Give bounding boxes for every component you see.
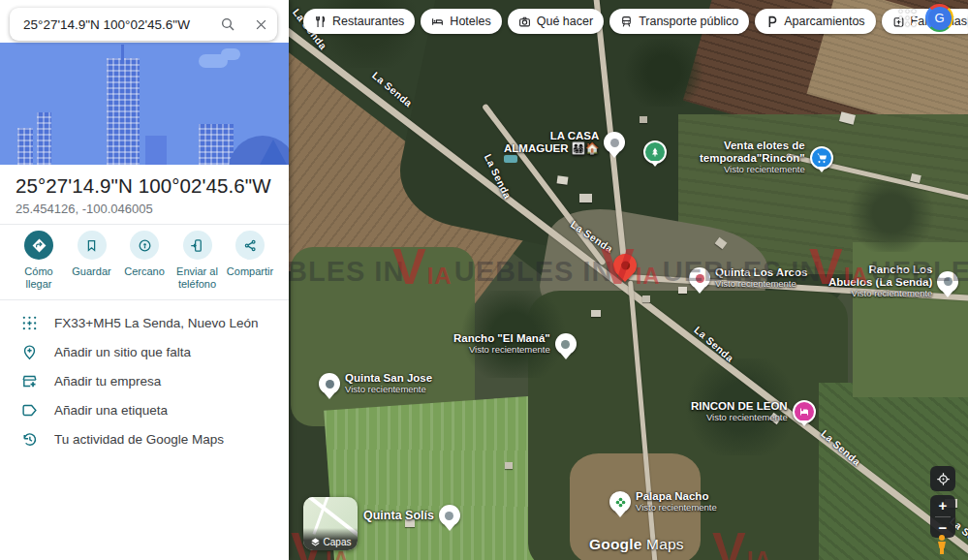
poi-circle-icon — [555, 333, 577, 355]
hotel-icon — [431, 16, 444, 28]
divider — [0, 299, 289, 300]
chip-restaurantes[interactable]: Restaurantes — [303, 9, 415, 34]
clear-search-button[interactable] — [244, 8, 277, 41]
google-maps-app: { "search": { "value": "25°27'14.9\"N 10… — [0, 0, 968, 560]
my-location-icon — [936, 472, 951, 486]
google-maps-logo: Google Google MapsMaps — [589, 536, 684, 553]
plus-code-icon — [21, 315, 38, 331]
map-terrain — [291, 247, 475, 426]
menu-item-label: Añadir tu empresa — [54, 374, 161, 389]
hotel-bed-icon — [793, 400, 816, 423]
map-poi-venta-elotes[interactable]: Venta elotes de temporada"Rincón" Visto … — [700, 140, 833, 175]
action-label: Cómo llegar — [13, 265, 65, 291]
menu-item-plus-code[interactable]: FX33+MH5 La Senda, Nuevo León — [0, 308, 289, 337]
map-poi-quinta-san-jose[interactable]: Quinta San Jose Visto recientemente — [319, 372, 432, 395]
storefront-icon — [21, 373, 38, 389]
google-apps-grid-icon[interactable] — [899, 10, 916, 26]
building — [591, 310, 601, 317]
menu-item-label: Tu actividad de Google Maps — [54, 432, 224, 447]
place-actions: Cómo llegar Guardar Cercano Enviar al te… — [0, 231, 289, 291]
building — [556, 175, 568, 184]
chip-label: Aparcamientos — [784, 15, 864, 28]
my-location-button[interactable] — [930, 466, 955, 491]
place-panel: 25°27'14.9"N 100°02'45.6"W 25.454126, -1… — [0, 0, 289, 560]
chip-transporte-publico[interactable]: Transporte público — [609, 9, 749, 34]
map-poi-palapa-nacho[interactable]: Palapa Nacho Visto recientemente — [609, 490, 717, 513]
restaurant-icon — [314, 16, 327, 28]
account-avatar[interactable]: G — [925, 4, 953, 32]
menu-item-add-business[interactable]: Añadir tu empresa — [0, 366, 289, 395]
camera-icon — [518, 16, 531, 28]
menu-item-activity[interactable]: Tu actividad de Google Maps — [0, 424, 289, 453]
place-coordinates: 25.454126, -100.046005 — [16, 202, 153, 216]
add-place-icon — [21, 344, 38, 360]
directions-icon — [31, 237, 47, 254]
chip-label: Transporte público — [639, 15, 738, 28]
pool — [504, 155, 517, 163]
map-poi-rancho-el-mana[interactable]: Rancho "El Maná" Visto recientemente — [453, 332, 577, 356]
close-icon — [254, 17, 268, 32]
chip-farmacias[interactable]: Farmacias — [882, 9, 968, 34]
search-icon — [220, 16, 235, 32]
save-button[interactable]: Guardar — [66, 231, 118, 291]
layers-icon — [310, 537, 321, 547]
avatar-initial: G — [928, 7, 952, 30]
chip-hoteles[interactable]: Hoteles — [421, 9, 501, 34]
label-tag-icon — [21, 402, 38, 419]
poi-circle-icon — [319, 373, 340, 394]
bookmark-icon — [84, 238, 99, 253]
menu-item-label: Añadir una etiqueta — [54, 403, 168, 418]
park-tree-icon — [643, 140, 667, 164]
map-poi-la-casa-almaguer[interactable]: LA CASA ALMAGUER 👨‍👩‍👧‍👦🏠 — [504, 130, 625, 155]
zoom-in-button[interactable]: + — [930, 495, 955, 516]
chip-label: Restaurantes — [332, 15, 404, 28]
tree-blob — [620, 39, 707, 107]
search-input[interactable] — [10, 17, 211, 32]
chip-label: Qué hacer — [537, 15, 593, 28]
poi-circle-icon — [689, 267, 710, 289]
chip-label: Hoteles — [450, 15, 490, 28]
layers-button[interactable]: Capas — [303, 497, 358, 550]
menu-item-label: FX33+MH5 La Senda, Nuevo León — [54, 316, 259, 330]
building — [642, 296, 650, 302]
action-label: Guardar — [72, 265, 110, 278]
search-button[interactable] — [211, 8, 244, 41]
building — [505, 462, 513, 469]
nearby-button[interactable]: Cercano — [118, 231, 171, 291]
place-title: 25°27'14.9"N 100°02'45.6"W — [16, 174, 271, 198]
map-poi-rincon-de-leon[interactable]: RINCON DE LEON Visto recientemente — [691, 400, 816, 423]
action-label: Enviar al teléfono — [172, 265, 224, 291]
place-menu: FX33+MH5 La Senda, Nuevo León Añadir un … — [0, 308, 289, 453]
action-label: Compartir — [227, 265, 273, 278]
pegman-street-view[interactable] — [934, 534, 950, 559]
layers-label: Capas — [324, 537, 352, 547]
map-poi-park[interactable] — [643, 140, 667, 164]
history-icon — [21, 431, 38, 448]
poi-circle-icon — [937, 271, 958, 293]
building — [579, 194, 592, 202]
chip-aparcamientos[interactable]: Aparcamientos — [755, 9, 875, 34]
nearby-icon — [138, 238, 152, 253]
map-poi-quinta-los-arcos[interactable]: Quinta Los Arcos Visto recientemente — [689, 266, 807, 290]
share-icon — [243, 238, 258, 253]
building — [640, 116, 647, 123]
action-label: Cercano — [124, 265, 165, 278]
category-chip-bar: Restaurantes Hoteles Qué hacer Transport… — [303, 9, 968, 34]
menu-item-label: Añadir un sitio que falta — [54, 345, 191, 359]
chip-que-hacer[interactable]: Qué hacer — [508, 9, 604, 34]
divider — [0, 224, 289, 225]
shopping-cart-icon — [810, 146, 833, 170]
poi-circle-icon — [439, 505, 460, 526]
menu-item-add-label[interactable]: Añadir una etiqueta — [0, 395, 289, 424]
map-poi-quinta-solis[interactable]: Quinta Solís — [363, 505, 460, 526]
search-bar[interactable] — [10, 8, 277, 41]
flower-icon — [609, 491, 631, 513]
poi-circle-icon — [604, 132, 625, 153]
share-button[interactable]: Compartir — [224, 231, 276, 291]
menu-item-add-place[interactable]: Añadir un sitio que falta — [0, 337, 289, 366]
directions-button[interactable]: Cómo llegar — [13, 231, 65, 291]
place-hero-image — [0, 43, 289, 165]
map-poi-rancho-los-abuelos[interactable]: Rancho Los Abuelos (La Senda) Visto reci… — [828, 264, 958, 299]
send-to-phone-button[interactable]: Enviar al teléfono — [172, 231, 224, 291]
building — [678, 287, 687, 294]
